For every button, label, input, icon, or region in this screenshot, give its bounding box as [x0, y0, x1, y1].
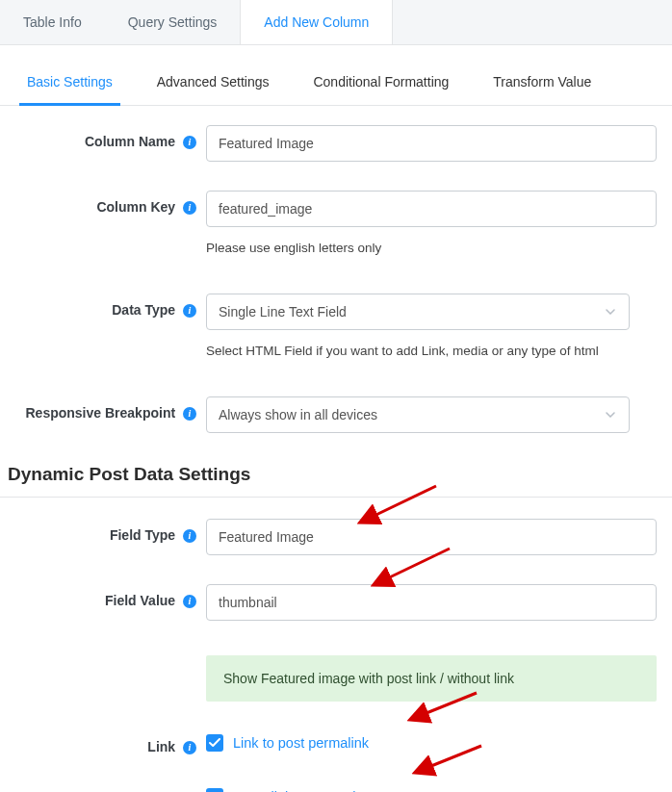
row-banner: Show Featured image with post link / wit…	[0, 650, 672, 702]
subtab-conditional-formatting[interactable]: Conditional Formatting	[305, 74, 456, 105]
help-column-key: Please use english letters only	[206, 241, 672, 255]
select-field-type-value: Featured Image	[219, 529, 314, 545]
row-data-type: Data Type i Single Line Text Field Selec…	[0, 294, 672, 358]
checkbox-link-permalink[interactable]	[206, 734, 223, 752]
row-link: Link i Link to post permalink	[0, 730, 672, 755]
subtab-advanced-settings[interactable]: Advanced Settings	[149, 74, 277, 105]
tab-add-new-column[interactable]: Add New Column	[240, 0, 393, 44]
help-data-type: Select HTML Field if you want to add Lin…	[206, 344, 672, 358]
info-banner: Show Featured image with post link / wit…	[206, 655, 657, 702]
label-responsive: Responsive Breakpoint i	[0, 396, 206, 422]
select-responsive[interactable]: Always show in all devices	[206, 396, 630, 433]
input-column-key[interactable]	[206, 191, 657, 227]
info-icon[interactable]: i	[183, 407, 196, 421]
select-field-type[interactable]: Featured Image	[206, 519, 657, 555]
section-title-dynamic: Dynamic Post Data Settings	[0, 445, 672, 498]
label-column-name: Column Name i	[0, 125, 206, 150]
info-icon[interactable]: i	[183, 304, 196, 318]
subtab-basic-settings[interactable]: Basic Settings	[19, 74, 120, 106]
select-data-type[interactable]: Single Line Text Field	[206, 294, 630, 330]
chevron-down-icon	[606, 309, 615, 315]
chevron-down-icon	[606, 412, 615, 418]
sub-tab-bar: Basic Settings Advanced Settings Conditi…	[0, 45, 672, 106]
top-tab-bar: Table Info Query Settings Add New Column	[0, 0, 672, 45]
checkbox-link-permalink-label: Link to post permalink	[233, 735, 369, 751]
tab-query-settings[interactable]: Query Settings	[105, 0, 241, 44]
label-field-type: Field Type i	[0, 519, 206, 544]
subtab-transform-value[interactable]: Transform Value	[485, 74, 599, 105]
row-responsive: Responsive Breakpoint i Always show in a…	[0, 396, 672, 433]
label-field-value: Field Value i	[0, 584, 206, 609]
info-icon[interactable]: i	[183, 201, 196, 215]
label-data-type: Data Type i	[0, 294, 206, 319]
input-column-name[interactable]	[206, 125, 657, 162]
info-icon[interactable]: i	[183, 741, 196, 754]
select-data-type-value: Single Line Text Field	[219, 304, 347, 319]
checkbox-open-new-tab-label: Open link to new tab	[233, 789, 360, 793]
label-new-tab: Open Link To New tab i	[0, 784, 206, 793]
row-field-type: Field Type i Featured Image	[0, 519, 672, 555]
form-area: Column Name i Column Key i Please use en…	[0, 106, 672, 792]
tab-table-info[interactable]: Table Info	[0, 0, 105, 44]
row-field-value: Field Value i thumbnail	[0, 584, 672, 621]
select-field-value[interactable]: thumbnail	[206, 584, 657, 621]
row-new-tab: Open Link To New tab i Open link to new …	[0, 784, 672, 793]
row-column-name: Column Name i	[0, 125, 672, 162]
info-icon[interactable]: i	[183, 136, 196, 149]
info-icon[interactable]: i	[183, 529, 196, 543]
select-field-value-value: thumbnail	[219, 595, 277, 610]
checkbox-open-new-tab[interactable]	[206, 788, 223, 793]
select-responsive-value: Always show in all devices	[219, 407, 377, 422]
label-column-key: Column Key i	[0, 191, 206, 216]
label-link: Link i	[0, 730, 206, 755]
row-column-key: Column Key i Please use english letters …	[0, 191, 672, 255]
info-icon[interactable]: i	[183, 595, 196, 608]
